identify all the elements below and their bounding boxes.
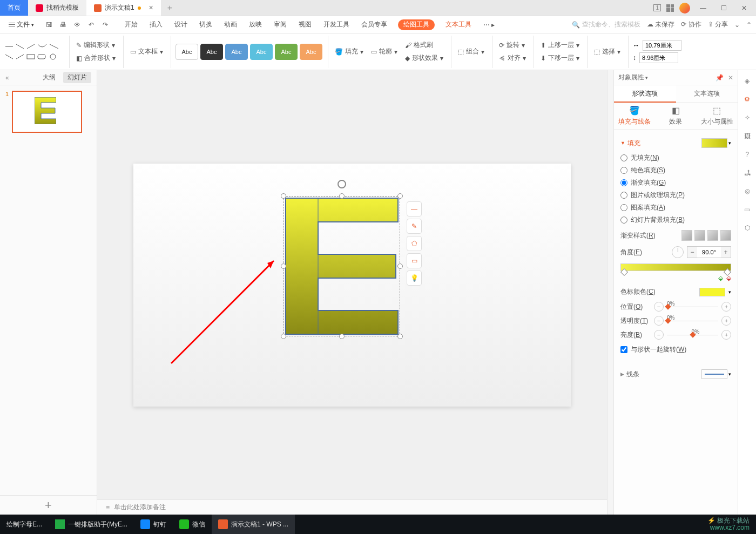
task-item-4[interactable]: 微信 xyxy=(173,515,212,534)
tab-template[interactable]: 找稻壳模板 xyxy=(28,0,86,16)
subtab-fill-line[interactable]: 🪣填充与线条 xyxy=(614,103,655,129)
file-menu[interactable]: 文件▾ xyxy=(4,18,38,31)
swatch-dark[interactable]: Abc xyxy=(200,44,223,60)
expand-line-icon[interactable]: ▶ xyxy=(620,371,624,377)
width-input[interactable]: 10.79厘米 xyxy=(643,40,681,51)
expand-icon[interactable]: ▼ xyxy=(620,140,625,146)
print-icon[interactable]: 🖶 xyxy=(58,19,69,30)
task-item-3[interactable]: 钉钉 xyxy=(134,515,173,534)
strip-diamond-icon[interactable]: ◈ xyxy=(742,76,753,86)
swatch-orange[interactable]: Abc xyxy=(300,44,322,60)
fill-color-chip[interactable] xyxy=(701,138,727,148)
menu-dev[interactable]: 开发工具 xyxy=(322,17,350,33)
vertical-scrollbar[interactable] xyxy=(607,70,613,515)
subtab-size[interactable]: ⬚大小与属性 xyxy=(697,103,738,129)
grad-style-presets[interactable] xyxy=(681,230,731,241)
align-button[interactable]: ⫷ 对齐 ▾ xyxy=(497,52,528,64)
menu-caret-icon[interactable]: ⌄ xyxy=(734,21,740,29)
shape-effects-button[interactable]: ◆ 形状效果 ▾ xyxy=(403,52,446,64)
trans-dec-button[interactable]: − xyxy=(654,316,664,326)
menu-animation[interactable]: 动画 xyxy=(223,17,238,33)
preview-icon[interactable]: 👁 xyxy=(72,19,83,30)
menu-start[interactable]: 开始 xyxy=(124,17,139,33)
avatar[interactable] xyxy=(679,3,690,13)
grid-icon[interactable] xyxy=(666,4,674,12)
panel-tab-text[interactable]: 文本选项 xyxy=(676,85,738,103)
float-layout-icon[interactable]: ▭ xyxy=(407,253,422,268)
radio-picture-fill[interactable]: 图片或纹理填充(P) xyxy=(620,191,731,200)
redo-icon[interactable]: ↷ xyxy=(100,19,111,30)
search-input[interactable]: 🔍 查找命令、搜索模板 xyxy=(572,20,640,29)
float-collapse-icon[interactable]: — xyxy=(407,201,422,217)
rotate-button[interactable]: ⟳ 旋转 ▾ xyxy=(497,39,528,51)
strip-target-icon[interactable]: ◎ xyxy=(742,186,753,197)
transparency-slider[interactable]: 0% xyxy=(667,317,718,325)
angle-input[interactable]: − + xyxy=(687,246,731,258)
task-item-1[interactable]: 绘制字母E... xyxy=(0,515,49,534)
add-slide-button[interactable]: + xyxy=(0,495,97,515)
angle-dec-button[interactable]: − xyxy=(687,247,697,258)
select-button[interactable]: ⬚选择▾ xyxy=(592,46,623,57)
outline-tab[interactable]: 大纲 xyxy=(43,73,56,82)
notes-bar[interactable]: ≡ 单击此处添加备注 xyxy=(97,499,607,515)
bring-forward-button[interactable]: ⬆ 上移一层 ▾ xyxy=(538,39,582,51)
lines-gallery[interactable] xyxy=(4,36,70,68)
line-color-chip[interactable] xyxy=(701,369,727,379)
strip-star-icon[interactable]: ✧ xyxy=(742,112,753,123)
bright-inc-button[interactable]: + xyxy=(721,330,731,340)
radio-slidebg-fill[interactable]: 幻灯片背景填充(B) xyxy=(620,215,731,225)
share-button[interactable]: ⇪ 分享 xyxy=(708,20,728,29)
tab-add-button[interactable]: + xyxy=(161,0,179,16)
menu-more[interactable]: ⋯ ▸ xyxy=(482,17,496,33)
coop-button[interactable]: ⟳ 协作 xyxy=(681,20,701,29)
merge-shapes-button[interactable]: ◧ 合并形状 ▾ xyxy=(74,52,118,64)
menu-collapse-icon[interactable]: ⌃ xyxy=(746,21,752,29)
fill-button[interactable]: 🪣填充▾ xyxy=(333,46,366,57)
rotate-with-shape-checkbox[interactable]: 与形状一起旋转(W) xyxy=(620,345,731,354)
strip-pic-icon[interactable]: 🏞 xyxy=(742,167,753,178)
gradient-bar[interactable] xyxy=(620,263,731,271)
pos-inc-button[interactable]: + xyxy=(721,302,731,312)
subtab-effects[interactable]: ◧效果 xyxy=(655,103,696,129)
radio-solid-fill[interactable]: 纯色填充(S) xyxy=(620,166,731,175)
float-brush-icon[interactable]: ✎ xyxy=(407,219,422,234)
task-item-2[interactable]: 一键排版助手(MyE... xyxy=(49,515,134,534)
maximize-button[interactable]: ☐ xyxy=(716,1,731,16)
menu-design[interactable]: 设计 xyxy=(173,17,188,33)
undo-icon[interactable]: ↶ xyxy=(86,19,97,30)
textbox-button[interactable]: ▭ 文本框 ▾ xyxy=(128,46,165,57)
menu-insert[interactable]: 插入 xyxy=(148,17,164,33)
radio-gradient-fill[interactable]: 渐变填充(G) xyxy=(620,178,731,187)
close-panel-icon[interactable]: ✕ xyxy=(728,74,733,82)
tab-home[interactable]: 首页 xyxy=(0,0,28,16)
save-icon[interactable]: 🖫 xyxy=(44,19,55,30)
selected-shape[interactable]: — ✎ ⬠ ▭ 💡 xyxy=(284,196,400,336)
tab-doc-active[interactable]: 演示文稿1 ✕ xyxy=(86,0,161,16)
trans-inc-button[interactable]: + xyxy=(721,316,731,326)
style-gallery[interactable]: Abc Abc Abc Abc Abc Abc xyxy=(176,44,322,60)
strip-sliders-icon[interactable]: ⚙ xyxy=(742,94,753,105)
float-fill-icon[interactable]: ⬠ xyxy=(407,236,422,251)
format-painter-button[interactable]: 🖌 格式刷 xyxy=(403,39,446,51)
angle-inc-button[interactable]: + xyxy=(721,247,731,258)
strip-help-icon[interactable]: ? xyxy=(742,149,753,160)
swatch-white[interactable]: Abc xyxy=(176,44,198,60)
slide[interactable]: — ✎ ⬠ ▭ 💡 xyxy=(133,164,571,407)
slide-thumbnail-1[interactable]: 1 xyxy=(5,91,91,133)
layout-1-icon[interactable]: 1 xyxy=(653,4,661,11)
outline-button[interactable]: ▭轮廓▾ xyxy=(369,46,400,57)
position-slider[interactable]: 0% xyxy=(667,303,718,310)
menu-slideshow[interactable]: 放映 xyxy=(248,17,263,33)
unsaved-button[interactable]: ☁ 未保存 xyxy=(647,20,674,29)
menu-text-tools[interactable]: 文本工具 xyxy=(444,17,473,33)
edit-shape-button[interactable]: ✎ 编辑形状 ▾ xyxy=(74,39,118,51)
menu-view[interactable]: 视图 xyxy=(298,17,313,33)
pin-icon[interactable]: 📌 xyxy=(716,74,724,82)
bright-dec-button[interactable]: − xyxy=(654,330,664,340)
collapse-panel-icon[interactable]: « xyxy=(5,74,9,82)
panel-tab-shape[interactable]: 形状选项 xyxy=(614,85,676,103)
menu-transition[interactable]: 切换 xyxy=(198,17,213,33)
group-button[interactable]: ⬚组合▾ xyxy=(456,46,487,57)
swatch-blue[interactable]: Abc xyxy=(225,44,248,60)
menu-draw-tools[interactable]: 绘图工具 xyxy=(398,19,435,30)
